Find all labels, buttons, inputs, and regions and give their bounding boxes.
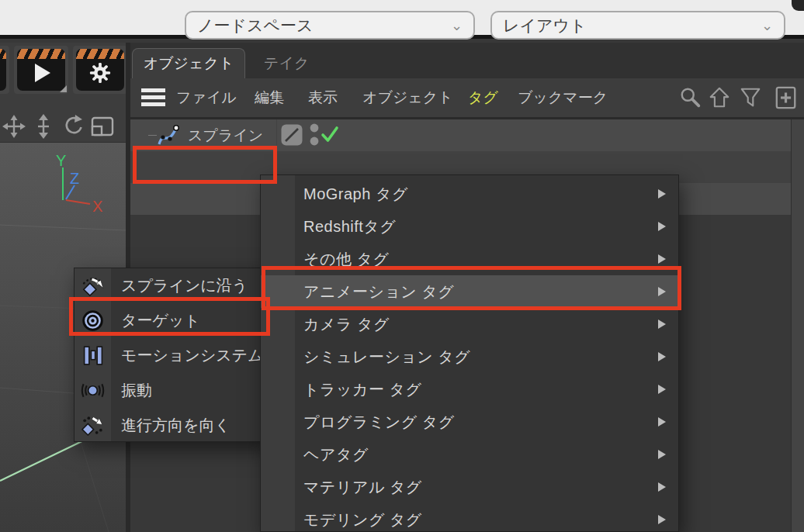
target-icon — [81, 309, 105, 333]
scrollbar-track[interactable] — [792, 119, 804, 532]
layer-toggle-icon[interactable] — [281, 124, 303, 146]
layout-dropdown[interactable]: レイアウト ⌄ — [490, 11, 785, 40]
context-menu-item-tracker[interactable]: トラッカー タグ — [261, 373, 678, 406]
move-tool-icon[interactable] — [2, 114, 26, 139]
vibrate-icon — [81, 378, 105, 402]
submenu-arrow-icon — [658, 482, 666, 492]
context-menu-item-camera[interactable]: カメラ タグ — [261, 308, 678, 340]
submenu-item-align-to-spline[interactable]: スプラインに沿う — [75, 268, 267, 303]
clapper-stripes — [0, 49, 6, 59]
object-name: スプライン — [188, 119, 263, 151]
tag-context-menu: MoGraph タグ Redshiftタグ その他 タグ アニメーション タグ … — [260, 174, 679, 532]
axis-gizmo: Y Z X — [56, 152, 102, 215]
menu-bookmark[interactable]: ブックマーク — [518, 78, 608, 117]
menu-file[interactable]: ファイル — [176, 78, 237, 117]
render-view-button[interactable] — [14, 46, 68, 94]
animation-tag-submenu: スプラインに沿う ターゲット モーションシステム — [74, 268, 268, 442]
submenu-arrow-icon — [658, 189, 666, 199]
render-button-partial[interactable] — [0, 46, 9, 94]
add-panel-icon[interactable] — [775, 86, 798, 109]
context-menu-item-other[interactable]: その他 タグ — [261, 243, 678, 275]
nodespace-dropdown-value: ノードスペース — [197, 15, 313, 36]
menu-edit[interactable]: 編集 — [255, 78, 284, 117]
submenu-arrow-icon — [658, 287, 666, 296]
menu-view[interactable]: 表示 — [308, 78, 338, 117]
context-menu-item-material[interactable]: マテリアル タグ — [261, 471, 678, 503]
scale-tool-icon[interactable] — [31, 114, 56, 139]
om-tab-bar: オブジェクト テイク — [130, 43, 804, 78]
filter-icon[interactable] — [739, 86, 762, 109]
context-menu-item-animation[interactable]: アニメーション タグ — [261, 275, 678, 308]
axis-y-label: Y — [56, 152, 66, 169]
window-corner — [792, 0, 804, 11]
context-menu-item-modeling[interactable]: モデリング タグ — [261, 503, 678, 532]
context-menu-item-programming[interactable]: プログラミング タグ — [261, 406, 678, 438]
cinema4d-window: ノードスペース ⌄ レイアウト ⌄ — [0, 0, 804, 532]
align-to-spline-icon — [81, 274, 105, 298]
submenu-arrow-icon — [658, 254, 666, 264]
object-row-spline[interactable]: スプライン — [130, 119, 804, 151]
chevron-down-icon: ⌄ — [761, 17, 773, 34]
submenu-arrow-icon — [658, 515, 666, 524]
axis-z-label: Z — [70, 170, 79, 187]
tab-objects[interactable]: オブジェクト — [132, 48, 245, 78]
align-to-direction-icon — [81, 413, 105, 437]
submenu-item-align-to-direction[interactable]: 進行方向を向く — [75, 408, 267, 442]
om-menu-bar: ファイル 編集 表示 オブジェクト タグ ブックマーク — [130, 78, 804, 117]
layout-dropdown-value: レイアウト — [503, 15, 586, 36]
submenu-arrow-icon — [658, 417, 666, 427]
frame-layout-icon[interactable] — [90, 114, 115, 139]
submenu-item-motion-system[interactable]: モーションシステム — [75, 338, 267, 373]
gear-icon — [89, 62, 111, 84]
search-icon[interactable] — [679, 86, 702, 109]
spline-curve — [0, 437, 92, 481]
nodespace-dropdown[interactable]: ノードスペース ⌄ — [185, 11, 475, 40]
rotate-tool-icon[interactable] — [61, 114, 85, 139]
render-settings-button[interactable] — [73, 46, 127, 94]
tab-take[interactable]: テイク — [255, 48, 318, 78]
enabled-check-icon[interactable] — [321, 126, 339, 144]
submenu-item-target[interactable]: ターゲット — [75, 303, 267, 338]
context-menu-item-redshift[interactable]: Redshiftタグ — [261, 210, 678, 243]
top-bar: ノードスペース ⌄ レイアウト ⌄ — [0, 0, 804, 39]
hamburger-menu-icon[interactable] — [141, 88, 165, 106]
context-menu-item-mograph[interactable]: MoGraph タグ — [261, 178, 678, 210]
clapperboard-gear-icon — [76, 49, 124, 91]
submenu-arrow-icon — [658, 352, 666, 361]
play-icon — [35, 64, 50, 82]
motion-system-icon — [81, 344, 105, 368]
submenu-item-vibrate[interactable]: 振動 — [75, 373, 267, 408]
submenu-arrow-icon — [658, 385, 666, 394]
home-icon[interactable] — [708, 86, 731, 109]
spline-icon — [155, 123, 182, 149]
submenu-corner-indicator — [60, 85, 67, 92]
left-toolbar — [0, 43, 126, 143]
chevron-down-icon: ⌄ — [451, 17, 463, 34]
menu-object[interactable]: オブジェクト — [362, 78, 453, 117]
viewport-tools-row — [0, 111, 126, 143]
menu-tags[interactable]: タグ — [468, 78, 498, 117]
context-menu-item-simulation[interactable]: シミュレーション タグ — [261, 340, 678, 373]
axis-x-label: X — [92, 198, 102, 215]
clapperboard-play-icon — [17, 49, 65, 91]
context-menu-item-hair[interactable]: ヘアタグ — [261, 438, 678, 471]
submenu-arrow-icon — [658, 222, 666, 231]
visibility-dots-icon[interactable] — [310, 123, 319, 148]
submenu-arrow-icon — [658, 320, 666, 329]
submenu-arrow-icon — [658, 450, 666, 459]
